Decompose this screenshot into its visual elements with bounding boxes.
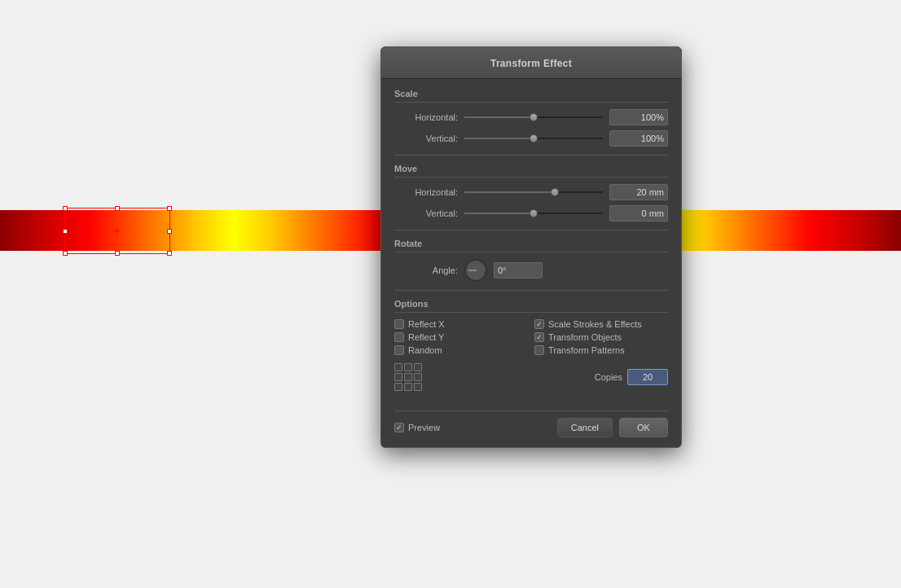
scale-h-label: Horizontal: <box>394 112 458 122</box>
align-cell-mr[interactable] <box>414 373 422 381</box>
move-vertical-row: Vertical: <box>394 205 668 222</box>
move-h-label: Horizontal: <box>394 187 458 197</box>
preview-label: Preview <box>408 423 440 432</box>
options-section: Options Reflect X Scale Strokes & Effect… <box>394 299 668 391</box>
rotate-row: Angle: <box>394 259 668 282</box>
move-v-input[interactable] <box>609 205 668 222</box>
angle-dial[interactable] <box>464 259 487 282</box>
reflect-x-label: Reflect X <box>408 319 445 329</box>
move-v-thumb[interactable] <box>530 209 538 217</box>
scale-h-input[interactable] <box>609 109 668 125</box>
transform-patterns-row: Transform Patterns <box>534 345 668 355</box>
scale-v-label: Vertical: <box>394 134 458 143</box>
reflect-x-row: Reflect X <box>394 319 528 329</box>
scale-v-fill <box>464 138 534 139</box>
move-horizontal-row: Horizontal: <box>394 184 668 200</box>
scale-strokes-label: Scale Strokes & Effects <box>548 319 642 329</box>
options-header: Options <box>394 299 668 313</box>
reflect-y-checkbox[interactable] <box>394 332 404 342</box>
align-cell-tm[interactable] <box>404 363 412 371</box>
selection-handle-tr[interactable] <box>167 206 172 211</box>
align-grid[interactable] <box>394 363 422 391</box>
selection-center <box>114 228 121 235</box>
transform-patterns-label: Transform Patterns <box>548 345 625 355</box>
rotate-section: Rotate Angle: <box>394 239 668 282</box>
align-cell-mm[interactable] <box>404 373 412 381</box>
copies-input[interactable] <box>627 369 668 385</box>
selection-handle-tm[interactable] <box>115 206 120 211</box>
scale-v-thumb[interactable] <box>530 134 538 143</box>
random-row: Random <box>394 345 528 355</box>
selection-handle-tl[interactable] <box>63 206 68 211</box>
preview-row: Preview <box>394 423 557 432</box>
transform-objects-row: Transform Objects <box>534 332 668 342</box>
align-cell-br[interactable] <box>414 383 422 391</box>
rotate-header: Rotate <box>394 239 668 252</box>
selection-handle-bl[interactable] <box>63 251 68 256</box>
scale-h-thumb[interactable] <box>530 113 538 121</box>
scale-h-slider[interactable] <box>464 112 603 123</box>
align-cell-bl[interactable] <box>394 383 402 391</box>
dialog-titlebar: Transform Effect <box>381 47 681 79</box>
align-cell-tl[interactable] <box>394 363 402 371</box>
move-header: Move <box>394 164 668 178</box>
selection-handle-mr[interactable] <box>167 229 172 234</box>
scale-section: Scale Horizontal: Vertical: <box>394 89 668 147</box>
preview-checkbox[interactable] <box>394 423 404 432</box>
scale-vertical-row: Vertical: <box>394 130 668 147</box>
selection-handle-br[interactable] <box>167 251 172 256</box>
random-checkbox[interactable] <box>394 345 404 355</box>
scale-h-fill <box>464 116 534 118</box>
dialog-body: Scale Horizontal: Vertical: <box>381 79 681 410</box>
move-h-fill <box>464 191 555 193</box>
move-h-input[interactable] <box>609 184 668 200</box>
ok-button[interactable]: OK <box>619 418 668 437</box>
selection-box <box>64 208 170 254</box>
move-section: Move Horizontal: Vertical: <box>394 164 668 222</box>
align-cell-tr[interactable] <box>414 363 422 371</box>
scale-horizontal-row: Horizontal: <box>394 109 668 125</box>
reflect-y-label: Reflect Y <box>408 332 444 342</box>
transform-effect-dialog: Transform Effect Scale Horizontal: Verti… <box>380 46 682 448</box>
transform-patterns-checkbox[interactable] <box>534 345 544 355</box>
transform-objects-checkbox[interactable] <box>534 332 544 342</box>
transform-objects-label: Transform Objects <box>548 332 622 342</box>
divider-3 <box>394 290 668 291</box>
align-cell-bm[interactable] <box>404 383 412 391</box>
move-v-label: Vertical: <box>394 208 458 218</box>
random-label: Random <box>408 345 442 355</box>
scale-v-input[interactable] <box>609 130 668 147</box>
divider-2 <box>394 230 668 230</box>
selection-handle-ml[interactable] <box>63 229 68 234</box>
options-grid: Reflect X Scale Strokes & Effects Reflec… <box>394 319 668 355</box>
divider-1 <box>394 155 668 156</box>
move-h-slider[interactable] <box>464 186 603 198</box>
scale-strokes-checkbox[interactable] <box>534 319 544 329</box>
dialog-footer: Preview Cancel OK <box>381 411 681 447</box>
scale-strokes-row: Scale Strokes & Effects <box>534 319 668 329</box>
selection-handle-bm[interactable] <box>115 251 120 256</box>
reflect-y-row: Reflect Y <box>394 332 528 342</box>
scale-header: Scale <box>394 89 668 103</box>
footer-buttons: Cancel OK <box>557 418 668 437</box>
reflect-x-checkbox[interactable] <box>394 319 404 329</box>
scale-v-slider[interactable] <box>464 133 603 144</box>
move-v-fill <box>464 213 534 214</box>
copies-row: Copies <box>394 363 668 391</box>
dialog-title: Transform Effect <box>490 58 572 69</box>
align-cell-ml[interactable] <box>394 373 402 381</box>
angle-input[interactable] <box>494 262 543 279</box>
copies-label: Copies <box>595 372 622 382</box>
move-v-slider[interactable] <box>464 208 603 219</box>
cancel-button[interactable]: Cancel <box>557 418 613 437</box>
move-h-thumb[interactable] <box>551 188 559 196</box>
angle-label: Angle: <box>394 265 458 275</box>
